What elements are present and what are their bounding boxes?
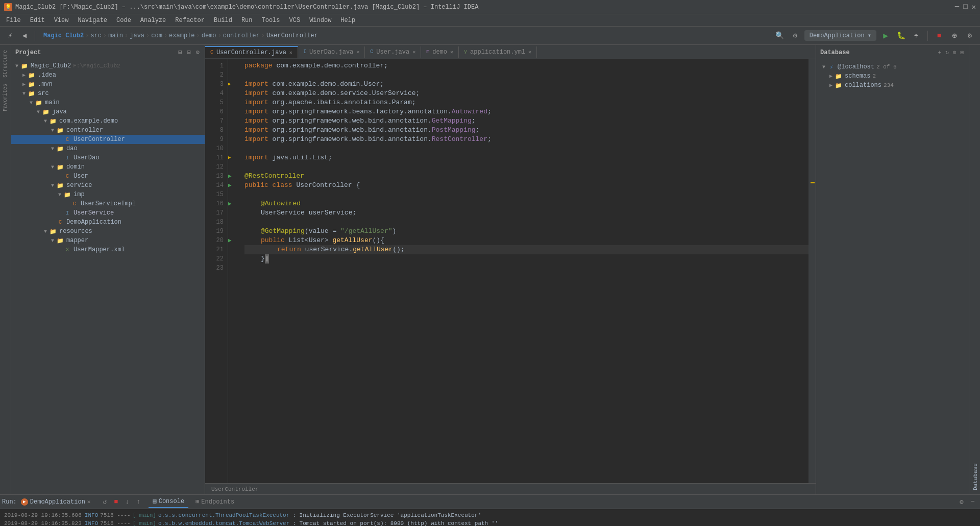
tab-close-application[interactable]: ✕ — [528, 49, 531, 55]
tab-demo[interactable]: m demo ✕ — [421, 46, 459, 58]
tree-main[interactable]: ▼ 📁 main — [11, 98, 205, 107]
tree-root[interactable]: ▼ 📁 Magic_Club2 F:\Magic_Club2 — [11, 61, 205, 70]
tree-imp[interactable]: ▼ 📁 imp — [11, 190, 205, 199]
menu-item-analyze[interactable]: Analyze — [136, 16, 170, 25]
breadcrumb-example[interactable]: example — [169, 32, 194, 39]
fold-icon-11[interactable]: ▶ — [228, 153, 231, 162]
tree-service[interactable]: ▼ 📁 service — [11, 181, 205, 190]
scroll-up-btn[interactable]: ↑ — [133, 497, 143, 507]
menu-item-tools[interactable]: Tools — [258, 16, 284, 25]
run-endpoints-tab[interactable]: ⊞ Endpoints — [191, 496, 238, 508]
toolbar-btn-2[interactable]: ◀ — [18, 30, 31, 42]
breadcrumb-main[interactable]: main — [108, 32, 123, 39]
breadcrumb-controller[interactable]: controller — [223, 32, 260, 39]
tab-application[interactable]: y application.yml ✕ — [459, 46, 537, 58]
restart-btn[interactable]: ↺ — [100, 497, 110, 507]
tree-src[interactable]: ▼ 📁 src — [11, 89, 205, 98]
tree-idea[interactable]: ▶ 📁 .idea — [11, 70, 205, 80]
tree-dao[interactable]: ▼ 📁 dao — [11, 144, 205, 153]
tab-usercontroller[interactable]: C UserController.java ✕ — [205, 46, 298, 58]
breadcrumb-java[interactable]: java — [130, 32, 144, 39]
menu-item-window[interactable]: Window — [305, 16, 335, 25]
close-btn[interactable]: ✕ — [972, 3, 976, 11]
tree-controller[interactable]: ▼ 📁 controller — [11, 126, 205, 135]
vtab-database[interactable]: Database — [971, 45, 980, 494]
project-collapse-btn[interactable]: ⊟ — [186, 47, 192, 57]
tab-close-userdao[interactable]: ✕ — [356, 49, 359, 55]
tab-close-demo[interactable]: ✕ — [450, 49, 453, 55]
run-close-btn[interactable]: ✕ — [87, 498, 91, 505]
scroll-end-btn[interactable]: ↓ — [122, 497, 132, 507]
run-config-dropdown[interactable]: ▾ — [868, 32, 871, 39]
db-localhost[interactable]: ▼ ⚡ @localhost 2 of 6 — [818, 62, 967, 71]
tab-user[interactable]: C User.java ✕ — [365, 46, 421, 58]
menu-item-view[interactable]: View — [50, 16, 73, 25]
structure-tab[interactable]: Structure — [2, 47, 9, 81]
code-line-3: import com.example.demo.domin.User; — [244, 80, 808, 89]
menu-item-navigate[interactable]: Navigate — [74, 16, 111, 25]
code-content[interactable]: package com.example.demo.controller; imp… — [238, 59, 808, 483]
run-icon-20[interactable]: ▶ — [228, 236, 232, 245]
run-icon-13[interactable]: ▶ — [228, 172, 232, 181]
breadcrumb-usercontroller[interactable]: UserController — [266, 32, 318, 39]
menu-item-run[interactable]: Run — [237, 16, 257, 25]
db-filter-btn[interactable]: ⊟ — [959, 48, 965, 57]
maximize-btn[interactable]: □ — [963, 3, 967, 11]
project-expand-btn[interactable]: ⊞ — [177, 47, 183, 57]
stop-run-btn[interactable]: ■ — [111, 497, 121, 507]
minimize-btn[interactable]: ─ — [955, 3, 959, 11]
breadcrumb-demo[interactable]: demo — [202, 32, 216, 39]
search-btn[interactable]: 🔍 — [774, 30, 786, 42]
db-add-btn[interactable]: + — [937, 49, 943, 57]
menu-item-edit[interactable]: Edit — [26, 16, 49, 25]
tree-userdao[interactable]: I UserDao — [11, 153, 205, 162]
run-icon-14[interactable]: ▶ — [228, 181, 232, 190]
tree-com-example-demo[interactable]: ▼ 📁 com.example.demo — [11, 116, 205, 126]
debug-btn[interactable]: 🐛 — [895, 30, 907, 42]
db-refresh-btn[interactable]: ↻ — [944, 48, 950, 57]
tree-demoapplication[interactable]: C DemoApplication — [11, 218, 205, 227]
menu-item-help[interactable]: Help — [336, 16, 359, 25]
db-schemas[interactable]: ▶ 📁 schemas 2 — [818, 71, 967, 81]
collations-label: collations — [845, 82, 881, 89]
run-console-tab[interactable]: ▤ Console — [149, 495, 188, 508]
settings-run-btn[interactable]: ⚙ — [957, 497, 967, 507]
tree-mvn[interactable]: ▶ 📁 .mvn — [11, 80, 205, 89]
tree-userserviceimpl[interactable]: C UserServiceImpl — [11, 199, 205, 208]
tab-close-usercontroller[interactable]: ✕ — [289, 50, 292, 56]
settings-gear-btn[interactable]: ⚙ — [964, 30, 976, 42]
tab-userdao[interactable]: I UserDao.java ✕ — [298, 46, 365, 58]
toolbar-btn-1[interactable]: ⚡ — [4, 30, 16, 42]
breadcrumb-app[interactable]: Magic_Club2 — [43, 32, 84, 39]
run-config[interactable]: DemoApplication ▾ — [804, 30, 876, 41]
run-btn[interactable]: ▶ — [879, 30, 892, 42]
menu-item-code[interactable]: Code — [112, 16, 135, 25]
tree-mapper[interactable]: ▼ 📁 mapper — [11, 236, 205, 245]
breadcrumb-com[interactable]: com — [151, 32, 162, 39]
run-icon-16[interactable]: ▶ — [228, 199, 232, 208]
tree-java[interactable]: ▼ 📁 java — [11, 107, 205, 116]
window-controls[interactable]: ─ □ ✕ — [955, 3, 976, 11]
tree-usermapper[interactable]: X UserMapper.xml — [11, 245, 205, 254]
search-everywhere-btn[interactable]: ⊕ — [948, 30, 961, 42]
db-settings-btn[interactable]: ⚙ — [952, 48, 958, 57]
tree-resources[interactable]: ▼ 📁 resources — [11, 227, 205, 236]
tab-close-user[interactable]: ✕ — [412, 49, 415, 55]
tree-user[interactable]: C User — [11, 172, 205, 181]
tree-userservice[interactable]: I UserService — [11, 208, 205, 218]
menu-item-file[interactable]: File — [2, 16, 25, 25]
menu-item-refactor[interactable]: Refactor — [171, 16, 209, 25]
settings-btn[interactable]: ⚙ — [789, 30, 801, 42]
run-with-coverage-btn[interactable]: ☂ — [910, 30, 922, 42]
menu-item-vcs[interactable]: VCS — [285, 16, 305, 25]
project-settings-btn[interactable]: ⚙ — [195, 47, 201, 57]
favorites-tab[interactable]: Favorites — [2, 81, 9, 114]
breadcrumb-src[interactable]: src — [90, 32, 102, 39]
fold-icon-3[interactable]: ▶ — [228, 80, 231, 89]
tree-usercontroller[interactable]: C UserController — [11, 135, 205, 144]
db-collations[interactable]: ▶ 📁 collations 234 — [818, 81, 967, 90]
menu-item-build[interactable]: Build — [210, 16, 236, 25]
stop-btn[interactable]: ■ — [933, 30, 945, 42]
tree-domin[interactable]: ▼ 📁 domin — [11, 162, 205, 172]
minimize-panel-btn[interactable]: − — [968, 497, 978, 507]
